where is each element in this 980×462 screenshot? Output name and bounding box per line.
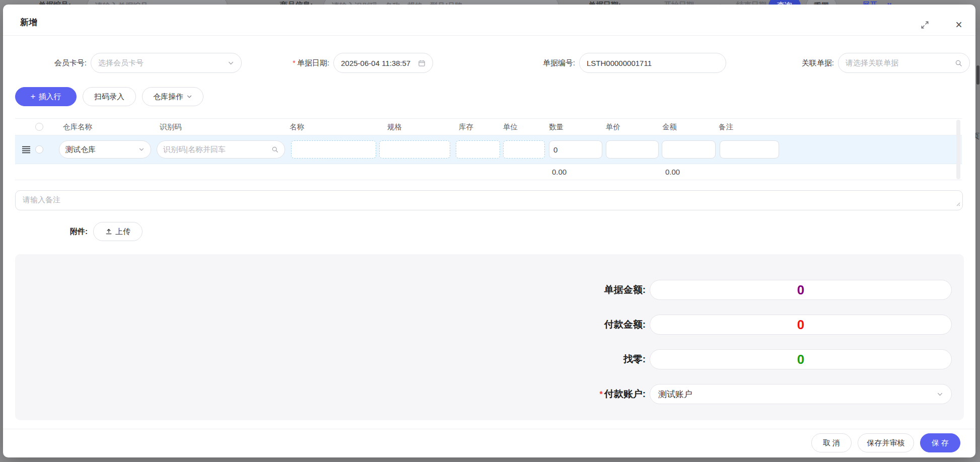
row-qty-value: 0 bbox=[553, 145, 557, 154]
pay-account-label: *付款账户: bbox=[529, 384, 646, 404]
doc-no-label: 单据编号: bbox=[486, 53, 575, 73]
pay-account-value: 测试账户 bbox=[658, 389, 937, 400]
row-spec-input[interactable] bbox=[379, 140, 450, 159]
chevron-down-icon bbox=[186, 94, 192, 100]
remark-placeholder: 请输入备注 bbox=[23, 195, 60, 204]
row-price-input[interactable] bbox=[606, 140, 659, 159]
upload-icon bbox=[105, 228, 112, 235]
pay-amount-value: 0 bbox=[797, 317, 804, 333]
header-divider bbox=[3, 35, 975, 36]
doc-date-input[interactable]: 2025-06-04 11:38:57 bbox=[333, 53, 433, 73]
doc-date-label-text: 单据日期: bbox=[297, 58, 329, 67]
row-unit-input[interactable] bbox=[503, 140, 545, 159]
chevron-down-icon bbox=[138, 146, 145, 152]
doc-date-value: 2025-06-04 11:38:57 bbox=[341, 59, 418, 67]
save-button[interactable]: 保 存 bbox=[920, 433, 960, 452]
warehouse-ops-label: 仓库操作 bbox=[153, 92, 183, 102]
close-button[interactable]: × bbox=[953, 19, 965, 31]
row-qty-input[interactable]: 0 bbox=[549, 140, 602, 159]
member-card-select[interactable]: 选择会员卡号 bbox=[91, 53, 242, 73]
footer-divider bbox=[3, 429, 975, 429]
chevron-down-icon bbox=[937, 391, 943, 398]
remark-textarea[interactable]: 请输入备注 bbox=[15, 190, 963, 210]
member-card-label: 会员卡号: bbox=[33, 53, 87, 73]
doc-no-value: LSTH00000001711 bbox=[587, 59, 652, 67]
row-remark-input[interactable] bbox=[720, 140, 779, 159]
member-card-placeholder: 选择会员卡号 bbox=[98, 58, 228, 68]
chevron-down-icon bbox=[228, 60, 234, 66]
table-scrollbar[interactable] bbox=[956, 120, 960, 179]
table-summary-row: 0.00 0.00 bbox=[15, 164, 962, 180]
col-remark: 备注 bbox=[719, 119, 733, 135]
qty-total: 0.00 bbox=[552, 164, 567, 180]
col-amount: 金额 bbox=[662, 119, 677, 135]
related-doc-input[interactable]: 请选择关联单据 bbox=[838, 53, 970, 73]
doc-amount-input[interactable]: 0 bbox=[650, 280, 952, 300]
row-warehouse-value: 测试仓库 bbox=[65, 145, 138, 155]
resize-handle-icon[interactable] bbox=[955, 199, 960, 208]
pay-amount-input[interactable]: 0 bbox=[650, 315, 952, 335]
cancel-button[interactable]: 取 消 bbox=[811, 433, 852, 452]
pay-account-label-text: 付款账户: bbox=[604, 389, 646, 399]
insert-row-button[interactable]: + 插入行 bbox=[15, 87, 77, 106]
header-radio[interactable] bbox=[35, 123, 43, 131]
col-price: 单价 bbox=[606, 119, 620, 135]
required-asterisk: * bbox=[293, 58, 296, 67]
insert-row-label: 插入行 bbox=[38, 92, 61, 102]
row-amount-input[interactable] bbox=[662, 140, 716, 159]
fullscreen-icon bbox=[920, 20, 930, 30]
col-code: 识别码 bbox=[160, 119, 182, 135]
scan-entry-button[interactable]: 扫码录入 bbox=[83, 87, 136, 106]
amount-total: 0.00 bbox=[665, 164, 680, 180]
row-code-input[interactable]: 识别码|名称并回车 bbox=[157, 140, 285, 159]
search-icon bbox=[955, 59, 962, 67]
related-doc-placeholder: 请选择关联单据 bbox=[846, 58, 955, 68]
change-value: 0 bbox=[797, 352, 804, 367]
pay-account-select[interactable]: 测试账户 bbox=[650, 384, 952, 404]
drag-handle-icon[interactable] bbox=[22, 146, 31, 156]
col-name: 名称 bbox=[290, 119, 304, 135]
table-header-row: 仓库名称 识别码 名称 规格 库存 单位 数量 单价 金额 备注 bbox=[15, 119, 962, 135]
col-qty: 数量 bbox=[549, 119, 564, 135]
modal-title: 新增 bbox=[20, 17, 37, 28]
upload-label: 上传 bbox=[115, 227, 130, 237]
row-name-input[interactable] bbox=[291, 140, 376, 159]
row-stock-input[interactable] bbox=[456, 140, 500, 159]
col-spec: 规格 bbox=[387, 119, 402, 135]
new-record-modal: 新增 × 会员卡号: 选择会员卡号 *单据日期: 2025-06-04 11:3… bbox=[3, 5, 975, 457]
doc-no-input[interactable]: LSTH00000001711 bbox=[579, 53, 726, 73]
doc-amount-label: 单据金额: bbox=[529, 280, 646, 300]
close-icon: × bbox=[955, 19, 962, 31]
save-label: 保 存 bbox=[932, 438, 949, 448]
warehouse-ops-button[interactable]: 仓库操作 bbox=[142, 87, 203, 106]
bg-scrollbar-thumb bbox=[976, 65, 979, 85]
row-warehouse-select[interactable]: 测试仓库 bbox=[59, 140, 151, 159]
doc-date-label: *单据日期: bbox=[245, 53, 329, 73]
save-and-audit-button[interactable]: 保存并审核 bbox=[858, 433, 914, 452]
change-input[interactable]: 0 bbox=[650, 349, 952, 369]
col-warehouse: 仓库名称 bbox=[63, 119, 92, 135]
doc-amount-value: 0 bbox=[797, 282, 804, 298]
search-icon bbox=[271, 146, 278, 153]
plus-icon: + bbox=[31, 92, 36, 101]
col-unit: 单位 bbox=[503, 119, 518, 135]
row-radio[interactable] bbox=[35, 145, 43, 153]
fullscreen-button[interactable] bbox=[919, 19, 931, 31]
attachment-label: 附件: bbox=[53, 222, 88, 241]
required-asterisk: * bbox=[599, 390, 602, 399]
col-stock: 库存 bbox=[459, 119, 473, 135]
upload-button[interactable]: 上传 bbox=[93, 222, 143, 241]
row-code-placeholder: 识别码|名称并回车 bbox=[163, 145, 271, 155]
table-row: 测试仓库 识别码|名称并回车 0 bbox=[15, 135, 962, 164]
related-doc-label: 关联单据: bbox=[748, 53, 834, 73]
scan-entry-label: 扫码录入 bbox=[94, 92, 124, 102]
summary-panel: 单据金额: 0 付款金额: 0 找零: 0 *付款账户: 测试账户 bbox=[15, 254, 964, 420]
calendar-icon bbox=[418, 59, 426, 67]
items-table: 仓库名称 识别码 名称 规格 库存 单位 数量 单价 金额 备注 测试仓库 bbox=[15, 118, 962, 180]
save-and-audit-label: 保存并审核 bbox=[867, 438, 905, 448]
change-label: 找零: bbox=[529, 349, 646, 369]
screen: 单据编号: 请输入单据编号 商品信息: 请输入识别码、名称、规格、型号/品牌 单… bbox=[0, 0, 980, 462]
pay-amount-label: 付款金额: bbox=[529, 315, 646, 335]
cancel-label: 取 消 bbox=[823, 438, 840, 448]
